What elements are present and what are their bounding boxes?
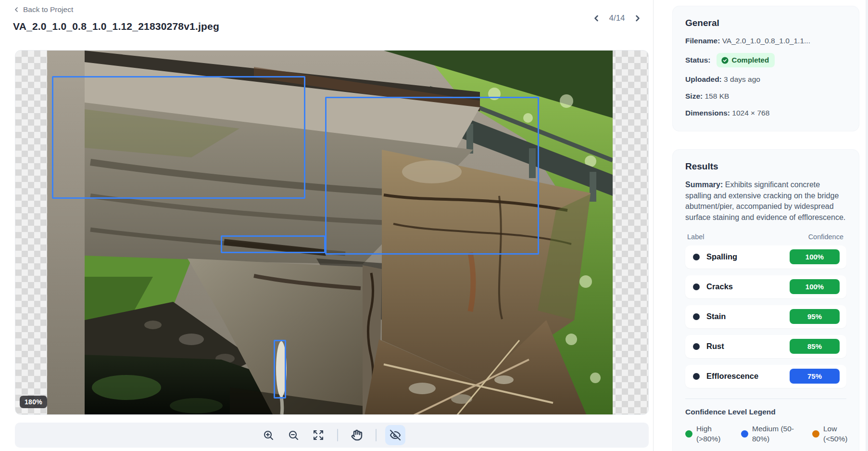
legend-item: High (>80%) — [685, 424, 737, 444]
page-title: VA_2.0_1.0_0.8_1.0_1.12_21830278v1.jpeg — [13, 21, 219, 32]
back-to-project-link[interactable]: Back to Project — [13, 5, 73, 14]
zoom-in-icon — [263, 429, 274, 441]
bounding-box[interactable] — [221, 235, 326, 253]
status-badge: Completed — [717, 53, 775, 67]
result-row[interactable]: Rust 85% — [685, 335, 846, 358]
label-dot — [693, 313, 700, 320]
result-row[interactable]: Cracks 100% — [685, 275, 846, 298]
confidence-badge: 100% — [790, 279, 840, 294]
general-heading: General — [685, 18, 846, 28]
expand-icon — [313, 429, 324, 441]
results-label-list: Spalling 100% Cracks 100% Stain 95% Rust… — [685, 245, 846, 388]
chevron-left-icon — [13, 6, 20, 13]
result-row[interactable]: Stain 95% — [685, 305, 846, 328]
bounding-box[interactable] — [325, 97, 539, 255]
dimensions-row: Dimensions: 1024 × 768 — [685, 108, 846, 118]
legend-dot — [812, 430, 819, 438]
zoom-level-badge: 180% — [20, 396, 47, 408]
result-row[interactable]: Spalling 100% — [685, 245, 846, 269]
label-name: Rust — [706, 342, 724, 351]
status-value: Completed — [732, 55, 769, 65]
results-columns-header: Label Confidence — [685, 233, 846, 241]
label-name: Efflorescence — [706, 372, 758, 381]
label-name: Spalling — [706, 252, 737, 261]
status-row: Status: Completed — [685, 53, 846, 67]
uploaded-value: 3 days ago — [724, 75, 760, 83]
zoom-in-button[interactable] — [258, 425, 278, 445]
results-summary: Summary: Exhibits significant concrete s… — [685, 180, 846, 223]
uploaded-row: Uploaded: 3 days ago — [685, 75, 846, 85]
legend-dot — [741, 430, 748, 438]
confidence-badge: 100% — [790, 249, 840, 264]
back-label: Back to Project — [23, 5, 73, 14]
size-value: 158 KB — [705, 92, 730, 100]
chevron-left-icon — [591, 13, 601, 23]
legend-label: Low (<50%) — [823, 424, 855, 444]
eye-off-icon — [390, 429, 401, 441]
result-row[interactable]: Efflorescence 75% — [685, 365, 846, 388]
label-name: Cracks — [706, 282, 733, 291]
zoom-out-button[interactable] — [283, 425, 303, 445]
scrollbar-track[interactable] — [866, 0, 868, 451]
viewer-toolbar — [15, 423, 649, 448]
fit-to-screen-button[interactable] — [308, 425, 328, 445]
label-dot — [693, 343, 700, 350]
previous-image-button[interactable] — [591, 13, 602, 24]
label-dot — [693, 373, 700, 380]
general-card: General Filename: VA_2.0_1.0_0.8_1.0_1.1… — [672, 6, 859, 131]
pager-count: 4/14 — [609, 13, 625, 23]
toolbar-separator — [376, 429, 377, 441]
hand-icon — [351, 429, 363, 441]
bounding-box[interactable] — [274, 340, 286, 399]
legend-divider — [685, 399, 846, 399]
dimensions-value: 1024 × 768 — [732, 109, 769, 117]
zoom-out-icon — [288, 429, 299, 441]
results-heading: Results — [685, 161, 846, 172]
confidence-badge: 75% — [790, 369, 840, 384]
legend-label: High (>80%) — [696, 424, 737, 444]
next-image-button[interactable] — [632, 13, 643, 24]
results-card: Results Summary: Exhibits significant co… — [672, 149, 859, 451]
pan-button[interactable] — [347, 425, 367, 445]
legend-label: Medium (50-80%) — [752, 424, 808, 444]
label-dot — [693, 283, 700, 290]
hide-annotations-button[interactable] — [385, 425, 405, 445]
toolbar-separator — [337, 429, 338, 441]
chevron-right-icon — [633, 13, 642, 23]
column-confidence: Confidence — [808, 233, 843, 241]
confidence-badge: 95% — [790, 309, 840, 324]
legend-dot — [685, 430, 692, 438]
image-pager: 4/14 — [586, 13, 648, 24]
label-name: Stain — [706, 312, 726, 321]
column-label: Label — [687, 233, 704, 241]
bounding-box[interactable] — [52, 76, 305, 199]
filename-value: VA_2.0_1.0_0.8_1.0_1.1... — [722, 37, 810, 45]
sidebar-divider — [653, 0, 654, 451]
legend-item: Medium (50-80%) — [741, 424, 808, 444]
label-dot — [693, 254, 700, 260]
image-canvas[interactable]: 180% — [15, 50, 649, 415]
legend-heading: Confidence Level Legend — [685, 408, 846, 416]
size-row: Size: 158 KB — [685, 91, 846, 102]
check-circle-icon — [721, 56, 729, 64]
legend-item: Low (<50%) — [812, 424, 855, 444]
legend-items: High (>80%) Medium (50-80%) Low (<50%) — [685, 424, 846, 444]
filename-row: Filename: VA_2.0_1.0_0.8_1.0_1.1... — [685, 36, 846, 46]
confidence-badge: 85% — [790, 339, 840, 354]
